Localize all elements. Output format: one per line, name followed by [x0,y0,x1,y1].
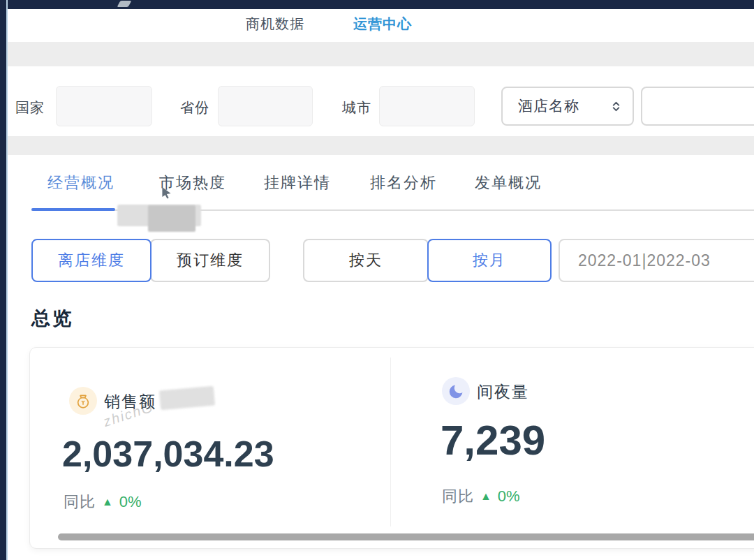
yoy-label: 同比 [442,486,474,507]
room-nights-yoy: 同比 ▲ 0% [442,486,520,507]
active-tab-underline [31,208,115,211]
country-input[interactable] [56,86,152,126]
nav-item-business-data[interactable]: 商机数据 [246,15,304,34]
yoy-label: 同比 [64,492,96,513]
operations-dashboard: 商机数据 运营中心 国家 省份 城市 酒店名称 经营概况 市场热度 挂牌详情 排… [0,0,754,560]
room-nights-label: 间夜量 [477,381,529,403]
hotel-name-select-value: 酒店名称 [518,96,579,116]
tab-listing-details[interactable]: 挂牌详情 [264,172,331,193]
city-label: 城市 [342,98,371,117]
city-input[interactable] [379,86,475,126]
hotel-name-input[interactable] [641,87,754,126]
date-range-value: 2022-01|2022-03 [578,251,711,270]
province-label: 省份 [180,98,209,117]
blur-smudge [148,205,195,232]
triangle-up-icon: ▲ [102,496,113,508]
room-nights-value: 7,239 [441,416,545,464]
tab-business-overview[interactable]: 经营概况 [47,172,114,193]
tab-order-overview[interactable]: 发单概况 [475,172,542,193]
province-input[interactable] [218,86,313,126]
date-range-picker[interactable]: 2022-01|2022-03 [559,239,754,282]
card-divider [390,358,391,526]
separator-band [0,42,754,66]
moon-icon [442,377,470,405]
yoy-value: 0% [498,487,520,506]
horizontal-scrollbar[interactable] [58,533,754,540]
by-month-button[interactable]: 按月 [427,239,552,282]
overview-card: 销售额 zhichG 2,037,034.23 同比 ▲ 0% 间夜量 7,23… [29,347,754,549]
country-label: 国家 [15,98,45,117]
screen-frame-edge [6,0,8,560]
chevron-updown-icon [611,100,621,113]
nav-item-operations-center[interactable]: 运营中心 [353,15,412,34]
checkout-dimension-button[interactable]: 离店维度 [31,239,151,282]
triangle-up-icon: ▲ [480,491,491,502]
sales-value: 2,037,034.23 [62,433,274,475]
hotel-name-select[interactable]: 酒店名称 [501,87,634,126]
separator-band [0,136,754,155]
mouse-cursor-icon [161,187,172,199]
tab-ranking-analysis[interactable]: 排名分析 [370,172,437,193]
sales-yoy: 同比 ▲ 0% [64,492,142,513]
money-bag-icon [69,387,97,415]
screen-frame-left [0,0,6,560]
by-day-button[interactable]: 按天 [303,239,429,282]
booking-dimension-button[interactable]: 预订维度 [150,239,270,282]
overview-section-title: 总览 [31,306,73,331]
blur-smudge [159,386,215,411]
screen-frame-top [0,0,754,9]
yoy-value: 0% [119,493,142,511]
